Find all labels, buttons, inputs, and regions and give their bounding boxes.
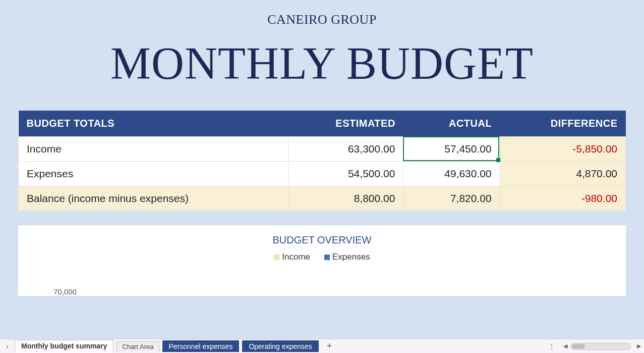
sheet-tab-personnel-expenses[interactable]: Personnel expenses <box>162 340 240 352</box>
row-label[interactable]: Income <box>19 137 289 162</box>
legend-item-expenses: Expenses <box>324 252 370 262</box>
col-header-actual[interactable]: ACTUAL <box>403 111 500 137</box>
budget-overview-chart[interactable]: BUDGET OVERVIEW Income Expenses 70,000 <box>18 225 626 296</box>
sheet-tab-chart-area[interactable]: Chart Area <box>116 341 159 351</box>
cell-estimated[interactable]: 8,800.00 <box>288 186 403 211</box>
row-label[interactable]: Expenses <box>19 162 289 186</box>
tab-nav-prev[interactable]: › <box>3 342 12 350</box>
row-label[interactable]: Balance (income minus expenses) <box>19 186 289 211</box>
chart-legend: Income Expenses <box>28 252 616 262</box>
add-sheet-button[interactable]: + <box>322 341 337 351</box>
cell-difference[interactable]: -5,850.00 <box>500 137 625 162</box>
sheet-tab-monthly-budget-summary[interactable]: Monthly budget summary <box>15 340 113 352</box>
horizontal-scrollbar[interactable] <box>570 343 631 350</box>
table-row: Income 63,300.00 57,450.00 -5,850.00 <box>19 137 626 162</box>
sheet-tab-operating-expenses[interactable]: Operating expenses <box>242 340 318 352</box>
cell-estimated[interactable]: 54,500.00 <box>288 162 403 186</box>
cell-difference[interactable]: -980.00 <box>500 186 625 211</box>
cell-estimated[interactable]: 63,300.00 <box>288 137 403 162</box>
legend-swatch-expenses <box>324 255 330 260</box>
budget-totals-table[interactable]: BUDGET TOTALS ESTIMATED ACTUAL DIFFERENC… <box>18 111 626 211</box>
scrollbar-thumb[interactable] <box>572 344 585 349</box>
col-header-estimated[interactable]: ESTIMATED <box>288 111 403 137</box>
page-title: MONTHLY BUDGET <box>0 37 644 89</box>
cell-actual[interactable]: 49,630.00 <box>403 162 500 186</box>
legend-swatch-income <box>274 255 279 260</box>
hscroll-right-arrow[interactable]: ▶ <box>637 343 641 349</box>
hscroll-left-arrow[interactable]: ◀ <box>563 343 567 349</box>
chart-title: BUDGET OVERVIEW <box>28 234 616 246</box>
sheet-tab-strip: › Monthly budget summary Chart Area Pers… <box>0 339 644 353</box>
col-header-difference[interactable]: DIFFERENCE <box>500 111 625 137</box>
tab-options-button[interactable]: ⋮ <box>544 342 560 350</box>
cell-actual[interactable]: 57,450.00 <box>403 137 500 162</box>
budget-totals-table-wrap: BUDGET TOTALS ESTIMATED ACTUAL DIFFERENC… <box>18 111 626 211</box>
legend-item-income: Income <box>274 252 310 262</box>
table-row: Expenses 54,500.00 49,630.00 4,870.00 <box>19 162 626 186</box>
worksheet-area: CANEIRO GROUP MONTHLY BUDGET BUDGET TOTA… <box>0 0 644 339</box>
chart-y-tick: 70,000 <box>53 287 77 296</box>
company-name: CANEIRO GROUP <box>0 12 644 27</box>
legend-label: Expenses <box>332 252 370 262</box>
cell-actual[interactable]: 7,820.00 <box>403 186 500 211</box>
cell-difference[interactable]: 4,870.00 <box>500 162 625 186</box>
legend-label: Income <box>282 252 310 262</box>
table-row: Balance (income minus expenses) 8,800.00… <box>19 186 626 211</box>
col-header-label[interactable]: BUDGET TOTALS <box>19 111 289 137</box>
